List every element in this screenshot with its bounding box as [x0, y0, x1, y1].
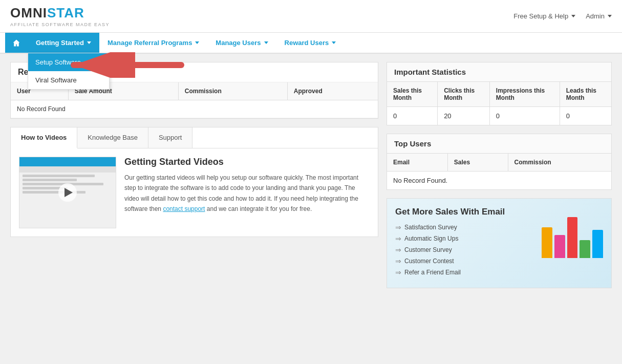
nav-item-manage-referral[interactable]: Manage Referral Programs	[99, 33, 207, 53]
thumb-bar	[19, 157, 116, 166]
nav-item-reward-users[interactable]: Reward Users	[276, 33, 345, 53]
col-approved: Approved	[287, 82, 378, 100]
logo-area: OMNI STAR AFFILIATE SOFTWARE MADE EASY	[10, 5, 110, 27]
stat-col-sales: Sales this Month	[387, 82, 438, 107]
top-users-panel: Top Users Email Sales Commission No Reco…	[387, 134, 612, 190]
promo-arrow-icon: ⇒	[395, 257, 401, 265]
tabs-header: How to Videos Knowledge Base Support	[11, 127, 378, 148]
promo-chart	[542, 207, 603, 258]
right-column: Important Statistics Sales this Month Cl…	[387, 62, 612, 288]
stat-col-clicks: Clicks this Month	[438, 82, 490, 107]
tab-knowledge-base[interactable]: Knowledge Base	[77, 127, 148, 148]
logo: OMNI STAR	[10, 5, 110, 21]
statistics-table: Sales this Month Clicks this Month Impre…	[387, 82, 611, 125]
promo-item-2: ⇒ Customer Survey	[395, 246, 537, 254]
promo-item-4: ⇒ Refer a Friend Email	[395, 268, 537, 276]
video-title: Getting Started Videos	[124, 157, 370, 167]
statistics-title: Important Statistics	[387, 62, 611, 82]
contact-support-link[interactable]: contact support	[163, 205, 205, 212]
stat-col-impressions: Impressions this Month	[489, 82, 560, 107]
promo-text: Get More Sales With Email ⇒ Satisfaction…	[395, 207, 537, 280]
stat-col-leads: Leads this Month	[560, 82, 611, 107]
important-statistics-panel: Important Statistics Sales this Month Cl…	[387, 62, 612, 125]
col-commission: Commission	[178, 82, 287, 100]
top-users-table: Email Sales Commission No Record Found.	[387, 154, 611, 189]
video-info: Getting Started Videos Our getting start…	[124, 157, 370, 228]
stat-val-clicks: 20	[438, 107, 490, 125]
chart-bar-0	[542, 227, 552, 258]
chart-bar-3	[580, 240, 590, 258]
reward-users-caret	[332, 41, 336, 44]
video-description: Our getting started videos will help you…	[124, 173, 370, 215]
no-record-recent: No Record Found	[11, 100, 378, 118]
admin-link[interactable]: Admin	[586, 12, 612, 20]
manage-referral-caret	[195, 41, 199, 44]
top-users-title: Top Users	[387, 134, 611, 154]
promo-item-0: ⇒ Satisfaction Survey	[395, 223, 537, 231]
promo-arrow-icon: ⇒	[395, 268, 401, 276]
thumb-nav	[19, 166, 116, 173]
play-button[interactable]	[58, 183, 77, 202]
email-promo-panel: Get More Sales With Email ⇒ Satisfaction…	[387, 198, 612, 288]
stat-val-sales: 0	[387, 107, 438, 125]
chart-bar-2	[567, 217, 578, 258]
table-row: No Record Found	[11, 100, 378, 118]
stat-val-impressions: 0	[489, 107, 560, 125]
left-column: Recent Commissions User Sale Amount Comm…	[10, 62, 378, 288]
logo-star: STAR	[47, 5, 84, 21]
logo-omni: OMNI	[10, 5, 47, 21]
promo-arrow-icon: ⇒	[395, 246, 401, 254]
header-right: Free Setup & Help Admin	[513, 12, 612, 20]
top-col-sales: Sales	[447, 154, 508, 172]
top-col-commission: Commission	[508, 154, 611, 172]
promo-title: Get More Sales With Email	[395, 207, 537, 217]
free-setup-caret	[571, 15, 575, 17]
statistics-row: 0 20 0 0	[387, 107, 611, 125]
chart-bar-1	[554, 235, 565, 258]
promo-item-3: ⇒ Customer Contest	[395, 257, 537, 265]
nav-item-getting-started[interactable]: Getting Started Setup Software Viral Sof…	[28, 33, 99, 53]
thumb-line	[23, 179, 77, 181]
nav-item-manage-users[interactable]: Manage Users	[207, 33, 276, 53]
logo-subtitle: AFFILIATE SOFTWARE MADE EASY	[10, 22, 110, 27]
play-icon	[65, 188, 73, 197]
thumb-line	[23, 175, 95, 177]
navbar: Getting Started Setup Software Viral Sof…	[0, 33, 622, 54]
no-record-users: No Record Found.	[387, 172, 611, 190]
header: OMNI STAR AFFILIATE SOFTWARE MADE EASY F…	[0, 0, 622, 33]
admin-caret	[608, 15, 612, 17]
getting-started-caret	[87, 41, 91, 44]
tabs-container: How to Videos Knowledge Base Support	[10, 127, 378, 237]
stat-val-leads: 0	[560, 107, 611, 125]
manage-users-caret	[264, 41, 268, 44]
tab-content-videos: Getting Started Videos Our getting start…	[11, 148, 378, 237]
tab-how-to-videos[interactable]: How to Videos	[11, 127, 77, 148]
tab-support[interactable]: Support	[148, 127, 193, 148]
top-col-email: Email	[387, 154, 447, 172]
table-row: No Record Found.	[387, 172, 611, 190]
promo-arrow-icon: ⇒	[395, 234, 401, 243]
chart-bar-4	[592, 230, 603, 258]
promo-item-1: ⇒ Automatic Sign Ups	[395, 234, 537, 243]
promo-arrow-icon: ⇒	[395, 223, 401, 231]
nav-arrow	[58, 52, 191, 79]
home-nav-button[interactable]	[5, 33, 28, 53]
free-setup-link[interactable]: Free Setup & Help	[513, 12, 575, 20]
video-thumbnail[interactable]	[19, 157, 116, 228]
home-icon	[12, 39, 20, 47]
main-content: Recent Commissions User Sale Amount Comm…	[0, 54, 622, 296]
